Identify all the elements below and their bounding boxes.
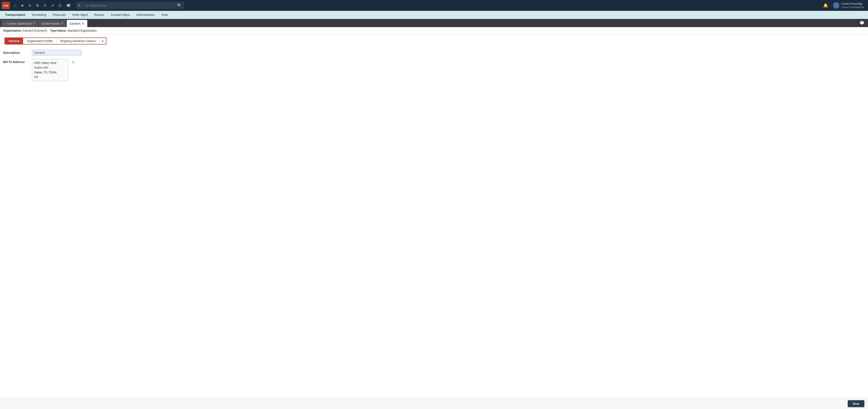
tab-general[interactable]: General xyxy=(5,38,23,44)
menu-item-financials[interactable]: Financials xyxy=(50,12,69,18)
bell-icon[interactable]: 🔔 xyxy=(821,2,830,9)
org-label: Organization: xyxy=(3,29,22,32)
tab-carrier-assets[interactable]: Carrier Assets ✕ xyxy=(38,20,66,27)
user-info: CarrierATransMgr CarrierTransMgrRole xyxy=(841,2,864,8)
search-input[interactable] xyxy=(82,4,177,7)
user-area[interactable]: 👤 CarrierATransMgr CarrierTransMgrRole xyxy=(831,1,866,9)
address-line3: Dallas, TX 75244 xyxy=(34,70,66,75)
menu-item-transportation[interactable]: Transportation xyxy=(2,12,29,18)
menu-bar: Transportation Scheduling Financials Ord… xyxy=(0,11,868,19)
reports-icon[interactable]: ☷ xyxy=(57,2,63,9)
address-box: 4055 Valley View Suite# 400 Dallas, TX 7… xyxy=(32,59,68,81)
menu-item-contract-mgmt[interactable]: Contract Mgmt xyxy=(107,12,133,18)
menu-item-tools[interactable]: Tools xyxy=(158,12,171,18)
info-bar: Organization: CarrierA [CarrierA] Type N… xyxy=(0,27,868,34)
address-line2: Suite# 400 xyxy=(34,65,66,70)
app-logo: one xyxy=(2,2,10,9)
subtab-expand-icon[interactable]: ► xyxy=(99,38,106,44)
edit-icon[interactable]: ✎ xyxy=(42,2,48,9)
address-line4: US xyxy=(34,75,66,80)
description-row: Description: xyxy=(3,50,865,56)
tab-carriera[interactable]: CarrierA ✕ xyxy=(67,20,87,27)
megaphone-icon[interactable]: 📢 xyxy=(64,2,72,9)
menu-item-reports[interactable]: Reports xyxy=(91,12,107,18)
org-value: CarrierA [CarrierA] xyxy=(23,29,47,32)
search-menu-icon[interactable]: ☰ xyxy=(78,4,81,7)
search-button[interactable]: 🔍 xyxy=(177,3,183,7)
user-role: CarrierTransMgrRole xyxy=(841,6,864,8)
chat-icon[interactable]: 💬 xyxy=(857,21,867,26)
tab-label-carrier-dashboard: Carrier Dashboard xyxy=(7,22,31,25)
bill-to-address-label: Bill To Address: xyxy=(3,59,30,64)
home-icon[interactable]: ⌂ xyxy=(12,2,18,9)
tab-close-carrier-assets[interactable]: ✕ xyxy=(61,22,64,25)
user-name: CarrierATransMgr xyxy=(841,2,864,6)
settings-icon[interactable]: ⚙ xyxy=(34,2,41,9)
tab-close-carriera[interactable]: ✕ xyxy=(82,22,85,25)
tab-shipping-handover-checks[interactable]: Shipping Handover Checks xyxy=(57,38,100,44)
star-icon[interactable]: ★ xyxy=(19,2,26,9)
refresh-icon[interactable]: ↻ xyxy=(27,2,33,9)
tab-organization-profile[interactable]: Organization Profile xyxy=(23,38,56,44)
search-container: ☰ 🔍 xyxy=(76,2,184,9)
address-line1: 4055 Valley View xyxy=(34,61,66,65)
menu-item-scheduling[interactable]: Scheduling xyxy=(29,12,50,18)
menu-item-administration[interactable]: Administration xyxy=(133,12,158,18)
type-value: Standard Organization xyxy=(67,29,97,32)
address-edit-icon[interactable]: ✎ xyxy=(71,60,75,65)
top-nav-bar: one ⌂ ★ ↻ ⚙ ✎ ⇗ ☷ 📢 ☰ 🔍 🔔 👤 CarrierATran… xyxy=(0,0,868,11)
description-input[interactable] xyxy=(32,50,82,56)
tab-carrier-dashboard[interactable]: ⌂ Carrier Dashboard ✕ xyxy=(1,20,38,27)
tab-home-icon: ⌂ xyxy=(4,22,6,25)
expand-icon[interactable]: ⇗ xyxy=(49,2,56,9)
avatar: 👤 xyxy=(833,2,839,8)
tab-label-carrier-assets: Carrier Assets xyxy=(41,22,60,25)
bill-to-address-row: Bill To Address: 4055 Valley View Suite#… xyxy=(3,59,865,81)
main-content: Description: Bill To Address: 4055 Valle… xyxy=(0,46,868,159)
description-label: Description: xyxy=(3,50,30,54)
menu-item-order-mgmt[interactable]: Order Mgmt xyxy=(69,12,91,18)
type-label: Type Name: xyxy=(50,29,67,32)
sub-tab-bar: General Organization Profile Shipping Ha… xyxy=(4,37,106,45)
tab-close-carrier-dashboard[interactable]: ✕ xyxy=(33,22,35,25)
tab-label-carriera: CarrierA xyxy=(69,22,80,25)
tab-bar: ⌂ Carrier Dashboard ✕ Carrier Assets ✕ C… xyxy=(0,19,868,27)
